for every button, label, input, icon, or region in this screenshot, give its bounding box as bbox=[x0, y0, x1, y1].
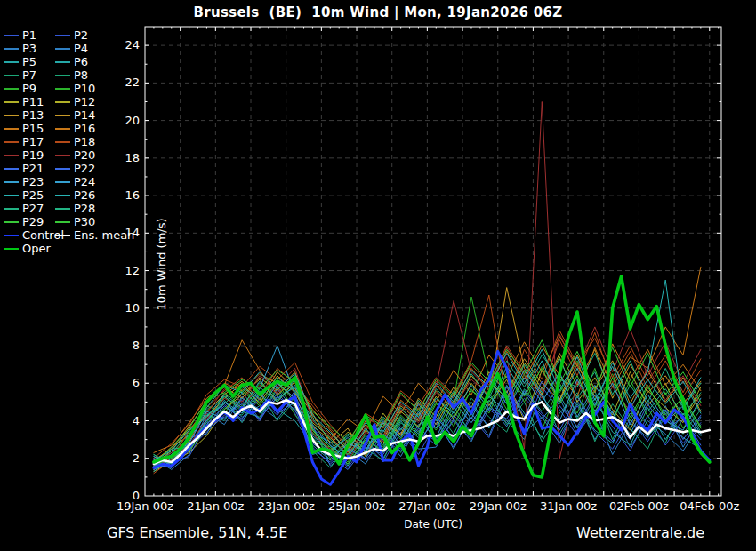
y-tick-label: 24 bbox=[106, 38, 140, 52]
y-tick-label: 20 bbox=[106, 114, 140, 127]
y-tick-label: 12 bbox=[106, 264, 140, 277]
y-tick-label: 18 bbox=[106, 151, 140, 164]
x-axis-title: Date (UTC) bbox=[362, 518, 504, 531]
footer-model-info: GFS Ensemble, 51N, 4.5E bbox=[107, 524, 287, 541]
y-tick-label: 8 bbox=[106, 339, 140, 352]
x-tick-label: 25Jan 00z bbox=[319, 499, 394, 513]
x-tick-label: 04Feb 00z bbox=[672, 499, 747, 513]
footer-site-credit: Wetterzentrale.de bbox=[576, 524, 704, 541]
y-tick-label: 4 bbox=[106, 414, 140, 427]
x-tick-label: 27Jan 00z bbox=[390, 499, 464, 513]
x-tick-label: 02Feb 00z bbox=[601, 499, 676, 513]
series-oper-line bbox=[154, 276, 710, 477]
y-tick-label: 2 bbox=[106, 451, 140, 465]
x-tick-label: 19Jan 00z bbox=[108, 499, 182, 513]
y-tick-label: 16 bbox=[106, 188, 140, 202]
x-tick-label: 31Jan 00z bbox=[531, 499, 606, 513]
y-tick-label: 10 bbox=[106, 301, 140, 315]
y-tick-label: 14 bbox=[106, 226, 140, 239]
y-tick-label: 6 bbox=[106, 376, 140, 389]
x-tick-label: 21Jan 00z bbox=[178, 499, 253, 513]
y-tick-label: 22 bbox=[106, 76, 140, 89]
x-tick-label: 23Jan 00z bbox=[249, 499, 324, 513]
wind-ensemble-chart-page: Brussels (BE) 10m Wind | Mon, 19Jan2026 … bbox=[0, 0, 756, 551]
x-tick-label: 29Jan 00z bbox=[461, 499, 535, 513]
y-axis-title: 10m Wind (m/s) bbox=[155, 194, 168, 336]
